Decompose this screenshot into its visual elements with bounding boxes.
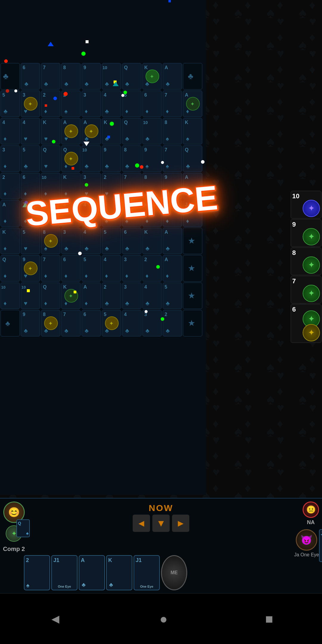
arrow-down[interactable]: ▼ (152, 515, 170, 532)
svg-text:♣: ♣ (125, 327, 129, 334)
svg-text:5: 5 (83, 257, 86, 262)
svg-text:♠: ♠ (64, 108, 68, 114)
player-left-label: Comp 2 (3, 546, 25, 552)
svg-text:8: 8 (43, 312, 46, 317)
svg-text:♣: ♣ (64, 245, 68, 252)
svg-text:5: 5 (2, 92, 5, 97)
svg-point-324 (135, 163, 139, 168)
svg-text:♣: ♣ (125, 245, 129, 252)
svg-text:✦: ✦ (150, 74, 154, 80)
svg-text:5: 5 (23, 147, 25, 152)
svg-text:♥: ♥ (44, 163, 48, 169)
svg-text:♦: ♦ (4, 273, 7, 279)
sidebar-card-6: 6 ✦ ✦ (291, 304, 321, 343)
svg-text:Q: Q (124, 65, 128, 70)
svg-text:4: 4 (104, 92, 106, 97)
svg-text:K: K (43, 120, 47, 125)
svg-text:♣: ♣ (24, 80, 28, 87)
svg-text:6: 6 (124, 230, 127, 235)
sidebar-card-8: 8 ✦ (291, 247, 321, 275)
sidebar-card-9: 9 ✦ (291, 219, 321, 247)
svg-text:6: 6 (83, 312, 86, 317)
svg-text:8: 8 (63, 65, 66, 70)
svg-text:♠: ♠ (186, 135, 189, 142)
svg-text:♣: ♣ (125, 163, 129, 169)
svg-text:♠: ♠ (166, 163, 169, 169)
nav-back-button[interactable]: ◄ (43, 606, 68, 632)
right-sidebar: 10 ✦ 9 ✦ 8 ✦ 7 ✦ 6 ✦ ✦ (291, 191, 322, 343)
svg-text:K: K (144, 230, 148, 235)
svg-text:✦: ✦ (69, 156, 73, 162)
svg-text:3: 3 (2, 147, 5, 152)
svg-text:♦: ♦ (4, 218, 7, 224)
svg-text:Q: Q (185, 147, 188, 152)
svg-text:✦: ✦ (69, 129, 73, 134)
svg-text:8: 8 (124, 147, 127, 152)
svg-text:6: 6 (23, 65, 25, 70)
svg-point-335 (121, 94, 124, 97)
svg-text:4: 4 (104, 257, 106, 262)
svg-text:Q: Q (63, 147, 67, 152)
svg-text:♣: ♣ (85, 80, 89, 87)
svg-text:♣: ♣ (166, 300, 170, 306)
svg-text:7: 7 (63, 312, 66, 317)
hand-card-2[interactable]: J1 One Eye (51, 555, 78, 590)
svg-text:✦: ✦ (48, 238, 53, 244)
svg-text:♣: ♣ (85, 163, 89, 169)
svg-text:♦: ♦ (125, 108, 128, 114)
svg-text:✦: ✦ (28, 266, 32, 272)
svg-point-329 (64, 92, 68, 96)
svg-text:♣: ♣ (105, 300, 109, 306)
svg-point-339 (145, 310, 148, 313)
svg-text:♣: ♣ (125, 300, 129, 306)
svg-rect-342 (72, 167, 74, 170)
game-board: ♣ 6 ♣ 7 ♣ 8 ♣ 9 ♣ 10 ♣ Q ♣ (0, 0, 322, 501)
svg-text:♣: ♣ (166, 327, 170, 334)
svg-text:9: 9 (144, 147, 147, 152)
svg-text:2: 2 (165, 312, 167, 317)
svg-text:K: K (63, 175, 67, 180)
svg-text:♣: ♣ (125, 80, 129, 87)
player-right-na: 😐 NA (303, 501, 319, 526)
svg-text:♦: ♦ (4, 190, 7, 197)
arrow-right[interactable]: ► (172, 515, 189, 532)
hand-card-1[interactable]: 2 ♠ (24, 555, 50, 590)
nav-square-button[interactable]: ■ (259, 606, 279, 632)
svg-text:♣: ♣ (44, 327, 48, 334)
bottom-player-area: 😊 ✦ Q ♠ Comp 2 NOW ◄ ▼ ► 😐 NA 😈 Ja One E… (0, 498, 322, 593)
arrow-left[interactable]: ◄ (133, 515, 150, 532)
svg-text:♥: ♥ (44, 135, 48, 142)
svg-text:A: A (185, 92, 188, 97)
svg-text:4: 4 (144, 284, 147, 290)
player-right-jaoneeye: 😈 Ja One Eye J2 Two Eye (294, 529, 319, 558)
svg-rect-343 (107, 136, 110, 138)
svg-text:9: 9 (23, 312, 25, 317)
svg-text:♣: ♣ (85, 135, 89, 142)
svg-point-323 (52, 140, 55, 143)
svg-text:♦: ♦ (64, 300, 67, 306)
svg-text:4: 4 (2, 120, 5, 125)
svg-text:♣: ♣ (64, 80, 68, 87)
svg-text:10: 10 (42, 175, 47, 180)
svg-rect-344 (45, 104, 47, 107)
svg-text:2: 2 (43, 92, 46, 97)
svg-text:3: 3 (23, 92, 25, 97)
svg-text:♣: ♣ (166, 245, 170, 252)
hand-card-3[interactable]: A ♣ (79, 555, 105, 590)
svg-text:Q: Q (124, 120, 128, 125)
svg-text:4: 4 (124, 312, 127, 317)
hand-card-5[interactable]: J1 One Eye (134, 555, 160, 590)
svg-text:♦: ♦ (105, 273, 108, 279)
svg-text:♣: ♣ (24, 163, 28, 169)
svg-text:♣: ♣ (24, 327, 28, 334)
nav-home-button[interactable]: ● (154, 606, 174, 632)
svg-text:5: 5 (104, 230, 106, 235)
svg-rect-288 (1, 310, 20, 336)
svg-text:K: K (185, 120, 188, 125)
svg-rect-347 (74, 291, 76, 293)
svg-text:4: 4 (23, 120, 25, 125)
svg-text:4: 4 (83, 230, 86, 235)
hand-card-4[interactable]: K ♣ (106, 555, 132, 590)
svg-point-320 (81, 52, 86, 56)
svg-text:10: 10 (143, 120, 148, 125)
